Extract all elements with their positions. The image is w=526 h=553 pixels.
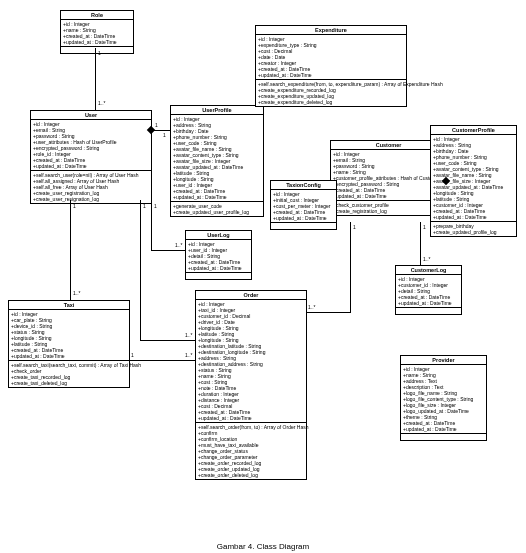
class-title: Role bbox=[61, 11, 133, 20]
figure-caption: Gambar 4. Class Diagram bbox=[0, 542, 526, 551]
class-title: UserLog bbox=[186, 231, 251, 240]
connector-role-user bbox=[95, 48, 96, 110]
connector-user-taxi bbox=[70, 200, 71, 300]
connector-user-userlog-h bbox=[151, 250, 185, 251]
class-taxi: Taxi +id : Integer +car_plate : String +… bbox=[8, 300, 130, 388]
class-userprofile: UserProfile +id : Integer +address : Str… bbox=[170, 105, 264, 217]
class-role: Role +id : Integer +name : String +creat… bbox=[60, 10, 134, 54]
connector-taxi-order bbox=[129, 360, 195, 361]
class-title: TaxionConfig bbox=[271, 181, 336, 190]
class-taxiconfig: TaxionConfig +id : Integer +initial_cost… bbox=[270, 180, 337, 230]
class-title: CustomerLog bbox=[396, 266, 461, 275]
class-title: User bbox=[31, 111, 151, 120]
class-expenditure: Expenditure +id : Integer +expenditure_t… bbox=[255, 25, 407, 107]
connector-customer-order-v bbox=[350, 222, 351, 312]
class-order: Order +id : Integer +taxi_id : Integer +… bbox=[195, 290, 307, 480]
class-title: Expenditure bbox=[256, 26, 406, 35]
class-title: UserProfile bbox=[171, 106, 263, 115]
class-title: Provider bbox=[401, 356, 486, 365]
class-title: Customer bbox=[331, 141, 446, 150]
class-title: Order bbox=[196, 291, 306, 300]
class-provider: Provider +id : Integer +name : String +a… bbox=[400, 355, 487, 441]
connector-user-order-v bbox=[140, 200, 141, 340]
class-title: CustomerProfile bbox=[431, 126, 516, 135]
connector-customer-order-h bbox=[306, 312, 351, 313]
class-userlog: UserLog +id : Integer +user_id : Integer… bbox=[185, 230, 252, 280]
connector-user-order-h bbox=[140, 340, 195, 341]
class-user: User +id : Integer +email : String +pass… bbox=[30, 110, 152, 204]
connector-customer-customerlog bbox=[420, 222, 421, 265]
class-customerlog: CustomerLog +id : Integer +customer_id :… bbox=[395, 265, 462, 315]
class-title: Taxi bbox=[9, 301, 129, 310]
connector-user-userlog bbox=[151, 200, 152, 250]
